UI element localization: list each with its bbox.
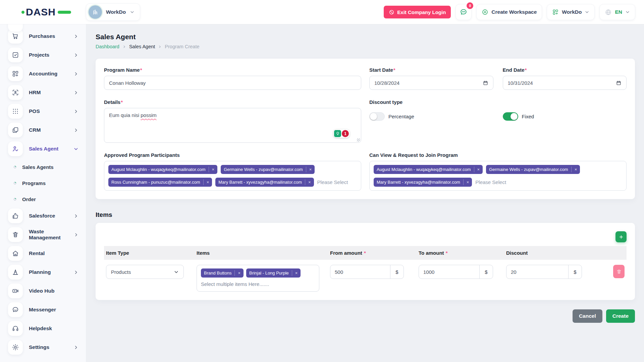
chat-dots-icon — [460, 8, 468, 16]
chevron-down-icon — [625, 10, 630, 14]
sidebar-item[interactable]: Order — [8, 192, 80, 206]
add-item-row-button[interactable] — [615, 231, 627, 242]
chat-icon — [8, 302, 23, 317]
end-date-label: End Date* — [503, 67, 627, 73]
chevron-down-icon — [130, 10, 135, 14]
sidebar-item[interactable]: Video Hub — [8, 284, 80, 298]
writing-assistant-widget[interactable]: 1 — [333, 129, 350, 138]
sidebar-item[interactable]: Accounting — [8, 66, 80, 81]
user-scan-icon — [8, 85, 23, 100]
logo-dot-icon — [21, 11, 24, 14]
language-selector[interactable]: EN — [599, 4, 635, 20]
sidebar-item[interactable]: Projects — [8, 48, 80, 62]
item-type-select[interactable]: Products — [106, 265, 184, 279]
chevron-icon — [73, 345, 78, 350]
remove-tag-icon[interactable]: × — [571, 167, 577, 172]
chevron-icon — [73, 34, 78, 39]
program-name-field: Program Name* Conan Holloway — [104, 67, 361, 90]
company-switcher-label: WorkDo — [106, 9, 126, 15]
chevron-down-icon — [174, 269, 179, 275]
remove-tag-icon[interactable]: × — [306, 167, 312, 172]
chevron-icon — [73, 214, 78, 219]
suggestions-count-badge[interactable]: 1 — [342, 130, 349, 137]
from-amount-input[interactable]: 500 — [330, 265, 390, 279]
remove-tag-icon[interactable]: × — [203, 179, 209, 185]
sidebar-item[interactable]: Planning — [8, 265, 80, 280]
discount-type-toggle[interactable]: Fixed — [503, 112, 627, 121]
remove-tag-icon[interactable]: × — [463, 179, 469, 185]
sidebar-item[interactable]: Settings — [8, 340, 80, 355]
sidebar-item-label: HRM — [29, 89, 41, 96]
approved-participants-select[interactable]: August Mclaughlin - wuqaqykeq@mailinator… — [104, 161, 361, 191]
remove-tag-icon[interactable]: × — [292, 270, 298, 276]
details-misspelled-word: possim — [141, 112, 157, 118]
create-button[interactable]: Create — [606, 309, 635, 323]
required-mark: * — [393, 67, 395, 73]
sidebar-item[interactable]: Waste Management — [8, 227, 80, 242]
participant-tag: Mary Barrett - xyvezagyha@mailinator.com… — [374, 178, 472, 187]
sidebar-item[interactable]: HRM — [8, 85, 80, 100]
toggle-switch[interactable] — [503, 112, 518, 121]
calendar-icon[interactable] — [616, 80, 622, 86]
calendar-icon[interactable] — [483, 80, 488, 86]
sidebar-item[interactable]: Sales Agent — [8, 141, 80, 156]
suggestion-bulb-icon[interactable] — [334, 130, 341, 137]
details-textarea[interactable]: Eum quia nisi possim 1 — [104, 108, 361, 143]
approved-participants-label: Approved Program Participants — [104, 152, 361, 158]
logo-text: DASH — [26, 6, 56, 18]
remove-tag-icon[interactable]: × — [305, 179, 311, 185]
sidebar-item[interactable]: Rental — [8, 246, 80, 261]
messages-button[interactable]: 0 — [455, 4, 472, 20]
remove-tag-icon[interactable]: × — [474, 167, 480, 172]
sidebar-item[interactable]: POS — [8, 104, 80, 119]
sidebar-item-label: POS — [29, 108, 40, 114]
sidebar-item[interactable]: Sales Agents — [8, 160, 80, 174]
discount-type-toggle[interactable]: Percentage — [369, 112, 493, 121]
sidebar-item-label: Projects — [29, 52, 49, 58]
participant-tag: Germaine Wells - zupav@mailinator.com× — [221, 165, 315, 174]
sidebar-item[interactable]: Programs — [8, 176, 80, 190]
toggle-switch[interactable] — [369, 112, 385, 121]
sidebar-item-label: Rental — [29, 250, 45, 256]
sidebar-item-label: Salesforce — [29, 213, 55, 219]
end-date-input[interactable]: 10/31/2024 — [503, 76, 627, 90]
program-form-card: Program Name* Conan Holloway Start Date*… — [96, 59, 635, 199]
delete-row-button[interactable] — [613, 265, 625, 278]
sidebar-item[interactable]: Helpdesk — [8, 321, 80, 336]
to-amount-input[interactable]: 1000 — [419, 265, 479, 279]
app-logo[interactable]: DASH — [0, 6, 86, 18]
headset-icon — [8, 321, 23, 336]
remove-tag-icon[interactable]: × — [234, 270, 240, 276]
toggle-label: Fixed — [522, 114, 534, 119]
items-multiselect[interactable]: Brand Buttons× Brinjal - Long Purple× Se… — [197, 265, 319, 292]
breadcrumb-dashboard-link[interactable]: Dashboard — [96, 44, 119, 49]
sidebar-item-label: Sales Agents — [22, 164, 54, 170]
exit-company-login-button[interactable]: Exit Company Login — [384, 6, 451, 18]
company-switcher[interactable]: WorkDo — [86, 3, 140, 21]
tag-label: Germaine Wells - zupav@mailinator.com — [224, 167, 303, 172]
app-header: DASH WorkDo Exit Company Login 0 Create … — [0, 0, 644, 24]
sidebar-item-partial — [8, 24, 23, 32]
remove-tag-icon[interactable]: × — [209, 167, 215, 172]
start-date-input[interactable]: 10/28/2024 — [369, 76, 493, 90]
logo-dash-icon — [58, 11, 71, 14]
sidebar-item[interactable]: Salesforce — [8, 208, 80, 223]
required-mark: * — [121, 99, 123, 105]
breadcrumb-current: Program Create — [165, 44, 199, 49]
sidebar-item-label: Helpdesk — [29, 325, 52, 331]
sidebar-item[interactable]: CRM — [8, 123, 80, 137]
discount-input[interactable]: 20 — [506, 265, 568, 279]
plus-circle-icon — [482, 9, 488, 15]
cancel-button[interactable]: Cancel — [573, 309, 602, 323]
can-view-select[interactable]: August Mclaughlin - wuqaqykeq@mailinator… — [369, 161, 627, 191]
create-workspace-button[interactable]: Create Workspace — [476, 4, 542, 20]
exit-button-label: Exit Company Login — [397, 9, 446, 15]
participant-tag: August Mclaughlin - wuqaqykeq@mailinator… — [374, 165, 483, 174]
program-name-input[interactable]: Conan Holloway — [104, 76, 361, 90]
sidebar-item[interactable]: Messenger — [8, 302, 80, 317]
tag-label: August Mclaughlin - wuqaqykeq@mailinator… — [111, 167, 206, 172]
workspace-menu[interactable]: WorkDo — [547, 4, 595, 20]
can-view-label: Can View & Request to Join Program — [369, 152, 627, 158]
breadcrumb-sales-agent[interactable]: Sales Agent — [129, 44, 155, 49]
chevron-icon — [73, 53, 78, 58]
